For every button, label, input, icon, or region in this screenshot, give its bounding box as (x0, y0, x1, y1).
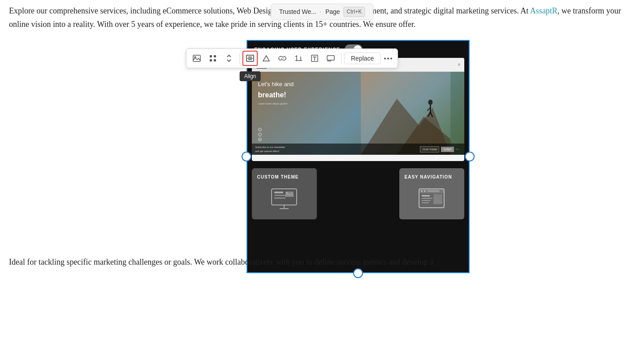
svg-point-17 (384, 57, 386, 59)
hamburger-icon: ≡ (458, 61, 461, 68)
toolbar-sep-1 (239, 53, 240, 64)
svg-rect-15 (327, 56, 334, 60)
newsletter-close-btn[interactable]: CL... (456, 148, 460, 151)
svg-point-41 (424, 190, 426, 192)
image-container: ENGAGING USER EXPERIENCE (246, 40, 470, 273)
toolbar-image-btn[interactable] (189, 51, 204, 66)
intro-text-1: Explore our comprehensive services, incl… (9, 6, 530, 15)
newsletter-bar: Subscribe to our newsletterand get speci… (252, 144, 464, 155)
resize-handle-right[interactable] (465, 152, 475, 161)
bottom-paragraph: Ideal for tackling specific marketing ch… (0, 251, 644, 274)
resize-handle-bottom[interactable] (353, 268, 363, 278)
breadcrumb-shortcut: Ctrl+K (344, 7, 365, 17)
card-spacer (324, 168, 392, 219)
svg-rect-0 (193, 55, 200, 61)
svg-rect-46 (422, 202, 429, 203)
svg-point-35 (286, 192, 288, 194)
breadcrumb-page-label: Page (325, 7, 340, 17)
resize-handle-left[interactable] (242, 152, 251, 161)
svg-point-25 (428, 100, 432, 105)
hero-text: Let's hike and breathe! Learn more about… (258, 80, 294, 106)
easy-nav-title: EASY NAVIGATION (405, 174, 459, 181)
newsletter-submit-btn[interactable]: SUBMIT (441, 147, 454, 152)
toolbar-crop-btn[interactable] (291, 51, 306, 66)
svg-rect-4 (210, 59, 212, 61)
toolbar-sep-2 (341, 53, 341, 64)
social-fb-icon: f (258, 128, 262, 131)
toolbar-replace-btn[interactable]: Replace (344, 52, 380, 64)
breadcrumb-title: Trusted We... (279, 7, 316, 17)
website-preview: ABOUT US STORE OFFERS BLOG ≡ (252, 58, 464, 161)
toolbar-caption-btn[interactable] (323, 51, 338, 66)
social-strip: f t ◎ (258, 128, 262, 141)
page-breadcrumb: Trusted We... · Page Ctrl+K (271, 4, 374, 20)
toolbar-more-btn[interactable] (381, 51, 395, 66)
svg-point-40 (421, 190, 423, 192)
svg-rect-44 (422, 198, 432, 199)
image-toolbar: Align (186, 48, 398, 68)
svg-rect-33 (274, 197, 285, 199)
svg-rect-31 (274, 192, 283, 193)
bottom-text: Ideal for tackling specific marketing ch… (9, 257, 433, 266)
toolbar-shape-btn[interactable] (259, 51, 274, 66)
intro-text-3: offer. (398, 20, 415, 29)
custom-theme-icon (257, 184, 311, 214)
svg-marker-10 (263, 56, 269, 61)
hero-sub: Learn more about packs! (258, 102, 294, 106)
toolbar-link-btn[interactable] (275, 51, 290, 66)
custom-theme-title: CUSTOM THEME (257, 174, 311, 181)
toolbar-align-btn[interactable]: Align (242, 51, 258, 66)
assaptr-link[interactable]: AssaptR (530, 6, 558, 15)
easy-nav-card: EASY NAVIGATION (399, 168, 464, 219)
svg-rect-5 (214, 59, 216, 61)
newsletter-input[interactable]: YOUR THEME (420, 146, 439, 153)
website-hero: Let's hike and breathe! Learn more about… (252, 72, 464, 155)
social-tw-icon: t (258, 133, 262, 136)
toolbar-grid-btn[interactable] (205, 51, 220, 66)
social-ig-icon: ◎ (258, 138, 262, 141)
svg-point-19 (390, 57, 392, 59)
toolbar-move-btn[interactable] (221, 51, 237, 66)
newsletter-text: Subscribe to our newsletterand get speci… (255, 145, 419, 153)
breadcrumb-separator: · (320, 7, 322, 17)
svg-rect-3 (214, 55, 216, 57)
hero-line2: breathe! (258, 89, 294, 101)
svg-rect-42 (427, 190, 440, 192)
toolbar-text-btn[interactable] (307, 51, 322, 66)
custom-theme-card: CUSTOM THEME (252, 168, 317, 219)
easy-nav-icon (405, 184, 459, 214)
svg-rect-45 (422, 200, 431, 201)
svg-rect-43 (422, 195, 430, 196)
svg-rect-2 (210, 55, 212, 57)
bottom-cards-area: CUSTOM THEME (247, 161, 469, 224)
hero-line1: Let's hike and (258, 80, 294, 89)
svg-point-18 (387, 57, 389, 59)
